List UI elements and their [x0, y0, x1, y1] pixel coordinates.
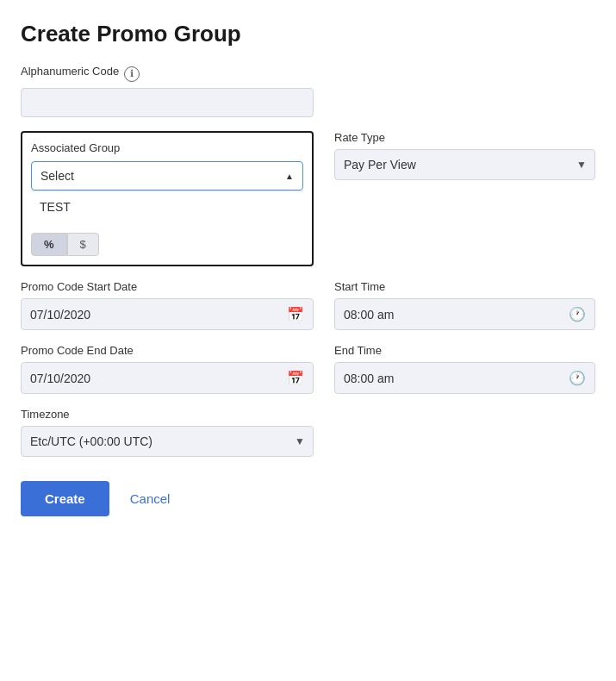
clock-icon[interactable]: 🕐	[569, 306, 586, 322]
promo-start-date-input[interactable]	[30, 308, 280, 322]
alphanumeric-input[interactable]	[21, 88, 314, 117]
cancel-button[interactable]: Cancel	[130, 491, 171, 506]
end-time-field: End Time 🕐	[334, 344, 595, 394]
clock-end-icon[interactable]: 🕐	[569, 370, 586, 386]
alphanumeric-label: Alphanumeric Code	[21, 65, 119, 78]
associated-group-value: Select	[40, 169, 74, 183]
dropdown-option-test[interactable]: TEST	[31, 191, 303, 222]
end-time-input[interactable]	[344, 372, 562, 385]
rate-type-select-wrapper: Pay Per View Flat Rate Percentage ▼	[334, 149, 595, 180]
timezone-select-wrapper: Etc/UTC (+00:00 UTC) America/New_York (-…	[21, 426, 314, 457]
percent-toggle-button[interactable]: %	[31, 233, 67, 256]
timezone-select[interactable]: Etc/UTC (+00:00 UTC) America/New_York (-…	[21, 426, 314, 457]
end-time-label: End Time	[334, 344, 595, 357]
start-time-input[interactable]	[344, 308, 562, 322]
page-title: Create Promo Group	[21, 21, 595, 47]
chevron-up-icon: ▲	[285, 172, 294, 181]
promo-end-date-input[interactable]	[30, 372, 280, 385]
timezone-label: Timezone	[21, 408, 314, 421]
start-time-field: Start Time 🕐	[334, 280, 595, 330]
timezone-row: Timezone Etc/UTC (+00:00 UTC) America/Ne…	[21, 408, 595, 457]
associated-group-label: Associated Group	[31, 141, 303, 154]
end-date-time-row: Promo Code End Date 📅 End Time 🕐	[21, 344, 595, 394]
promo-end-date-input-wrap: 📅	[21, 362, 314, 394]
associated-group-container: Associated Group Select ▲ TEST % $	[21, 131, 314, 266]
start-time-input-wrap: 🕐	[334, 298, 595, 330]
create-button[interactable]: Create	[21, 481, 109, 516]
start-time-label: Start Time	[334, 280, 595, 293]
button-row: Create Cancel	[21, 481, 595, 516]
end-time-input-wrap: 🕐	[334, 362, 595, 394]
rate-type-label: Rate Type	[334, 131, 595, 144]
calendar-end-icon[interactable]: 📅	[287, 370, 304, 386]
start-date-time-row: Promo Code Start Date 📅 Start Time 🕐	[21, 280, 595, 330]
associated-group-dropdown[interactable]: Select ▲	[31, 161, 303, 191]
discount-toggle-row: % $	[31, 228, 303, 256]
promo-start-date-input-wrap: 📅	[21, 298, 314, 330]
info-icon[interactable]: ℹ	[124, 66, 140, 82]
rate-type-select[interactable]: Pay Per View Flat Rate Percentage	[334, 149, 595, 180]
promo-start-date-field: Promo Code Start Date 📅	[21, 280, 314, 330]
promo-end-date-label: Promo Code End Date	[21, 344, 314, 357]
dollar-toggle-button[interactable]: $	[67, 233, 99, 256]
promo-start-date-label: Promo Code Start Date	[21, 280, 314, 293]
promo-end-date-field: Promo Code End Date 📅	[21, 344, 314, 394]
calendar-icon[interactable]: 📅	[287, 306, 304, 322]
associated-group-dropdown-list: TEST	[31, 191, 303, 222]
